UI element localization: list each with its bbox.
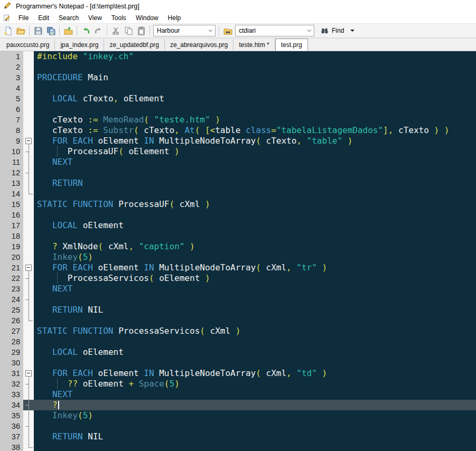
code-line-text[interactable] xyxy=(34,104,476,115)
paste-button[interactable] xyxy=(135,24,147,37)
code-line-text[interactable]: LOCAL cTexto, oElement xyxy=(34,93,476,104)
save-all-button[interactable] xyxy=(44,24,57,37)
code-line-text[interactable]: cTexto := Substr( cTexto, At( [<table cl… xyxy=(34,125,476,136)
fold-margin xyxy=(23,189,34,199)
code-line-text[interactable]: FOR EACH oElement IN MultipleNodeToArray… xyxy=(34,136,476,146)
code-line-text[interactable]: FOR EACH oElement IN MultipleNodeToArray… xyxy=(34,262,476,273)
tab-test.prg[interactable]: test.prg xyxy=(275,39,308,51)
code-line: 16 xyxy=(0,210,476,220)
menu-bar: FileEditSearchViewToolsWindowHelp xyxy=(0,13,476,23)
code-line-text[interactable]: ProcessaUF( oElement ) xyxy=(34,146,476,157)
code-line-text[interactable]: ? XmlNode( cXml, "caption" ) xyxy=(34,241,476,252)
fold-margin xyxy=(23,410,34,421)
menu-item-view[interactable]: View xyxy=(83,14,107,22)
menu-item-edit[interactable]: Edit xyxy=(33,14,54,22)
search-combo[interactable] xyxy=(235,25,314,36)
code-line-text[interactable] xyxy=(34,421,476,431)
new-file-button[interactable] xyxy=(2,24,14,37)
line-number: 29 xyxy=(0,347,23,358)
fold-toggle[interactable] xyxy=(23,368,34,379)
cut-button[interactable] xyxy=(109,24,122,37)
tab-ze-updatedbf.prg[interactable]: ze_updatedbf.prg xyxy=(104,39,164,51)
copy-button[interactable] xyxy=(122,24,135,37)
tab-pauxccusto.prg[interactable]: pauxccusto.prg xyxy=(1,39,55,51)
scheme-select[interactable]: Harbour xyxy=(153,25,216,36)
code-line-text[interactable]: Inkey(5) xyxy=(34,252,476,262)
fold-margin xyxy=(23,241,34,252)
close-file-button[interactable] xyxy=(62,24,74,37)
code-line: 35 Inkey(5) xyxy=(0,410,476,421)
code-line-text[interactable]: RETURN NIL xyxy=(34,431,476,442)
code-line-text[interactable] xyxy=(34,210,476,220)
code-line-text[interactable]: PROCEDURE Main xyxy=(34,72,476,83)
code-line-text[interactable] xyxy=(34,442,476,451)
code-line-text[interactable]: STATIC FUNCTION ProcessaServicos( cXml ) xyxy=(34,326,476,336)
fold-toggle[interactable] xyxy=(23,136,34,146)
code-line-text[interactable] xyxy=(34,231,476,241)
code-line-text[interactable] xyxy=(34,83,476,93)
code-line-text[interactable] xyxy=(34,315,476,326)
code-line-text[interactable]: NEXT xyxy=(34,284,476,294)
tab-ze-abrearquivos.prg[interactable]: ze_abrearquivos.prg xyxy=(165,39,234,51)
code-line-text[interactable]: ?? oElement + Space(5) xyxy=(34,379,476,389)
code-line-text[interactable]: ProcessaServicos( oElement ) xyxy=(34,273,476,284)
line-number: 31 xyxy=(0,368,23,379)
code-line: 3PROCEDURE Main xyxy=(0,72,476,83)
find-button[interactable]: Find xyxy=(318,24,358,37)
code-line-text[interactable] xyxy=(34,358,476,368)
code-line-text[interactable]: STATIC FUNCTION ProcessaUF( cXml ) xyxy=(34,199,476,210)
code-line: 9 FOR EACH oElement IN MultipleNodeToArr… xyxy=(0,136,476,146)
menu-item-tools[interactable]: Tools xyxy=(107,14,131,22)
find-in-files-button[interactable] xyxy=(221,24,234,37)
code-line-text[interactable]: cTexto := MemoRead( "teste.htm" ) xyxy=(34,115,476,125)
fold-margin xyxy=(23,199,34,210)
fold-margin xyxy=(23,442,34,451)
fold-collapse-icon[interactable] xyxy=(25,265,32,271)
code-line-text[interactable]: FOR EACH oElement IN MultipleNodeToArray… xyxy=(34,368,476,379)
menu-item-window[interactable]: Window xyxy=(131,14,163,22)
code-line: 37 RETURN NIL xyxy=(0,431,476,442)
menu-item-file[interactable]: File xyxy=(14,14,33,22)
menu-item-search[interactable]: Search xyxy=(54,14,83,22)
document-icon[interactable] xyxy=(3,14,11,22)
code-line-text[interactable] xyxy=(34,62,476,72)
code-line-text[interactable]: NEXT xyxy=(34,389,476,400)
fold-collapse-icon[interactable] xyxy=(25,370,32,377)
tab-teste.htm-[interactable]: teste.htm * xyxy=(234,39,275,51)
fold-margin xyxy=(23,326,34,336)
save-file-button[interactable] xyxy=(32,24,44,37)
code-line: 7 cTexto := MemoRead( "teste.htm" ) xyxy=(0,115,476,125)
code-line: 32 ?? oElement + Space(5) xyxy=(0,379,476,389)
code-line-text[interactable] xyxy=(34,189,476,199)
tab-jpa-index.prg[interactable]: jpa_index.prg xyxy=(55,39,104,51)
fold-toggle[interactable] xyxy=(23,262,34,273)
code-line-text[interactable]: RETURN NIL xyxy=(34,305,476,315)
fold-margin xyxy=(23,315,34,326)
code-line-text[interactable] xyxy=(34,336,476,347)
editor[interactable]: 1#include "inkey.ch"23PROCEDURE Main45 L… xyxy=(0,51,476,451)
open-file-button[interactable] xyxy=(14,24,27,37)
code-line-text[interactable]: #include "inkey.ch" xyxy=(34,51,476,62)
code-line-text[interactable]: RETURN xyxy=(34,178,476,189)
search-input[interactable] xyxy=(239,27,297,34)
code-line-text[interactable]: NEXT xyxy=(34,157,476,167)
code-line-text[interactable]: Inkey(5) xyxy=(34,410,476,421)
code-line: 12 xyxy=(0,167,476,178)
redo-button[interactable] xyxy=(92,24,105,37)
find-dropdown-arrow-icon[interactable] xyxy=(350,30,354,32)
code-line-text[interactable]: LOCAL oElement xyxy=(34,220,476,231)
code-line-text[interactable]: ? xyxy=(34,400,476,410)
fold-margin xyxy=(23,347,34,358)
code-line-text[interactable] xyxy=(34,167,476,178)
code-line: 19 ? XmlNode( cXml, "caption" ) xyxy=(0,241,476,252)
code-line-text[interactable]: LOCAL oElement xyxy=(34,347,476,358)
undo-button[interactable] xyxy=(79,24,92,37)
fold-margin xyxy=(23,431,34,442)
code-line: 18 xyxy=(0,231,476,241)
code-line-text[interactable] xyxy=(34,294,476,305)
document-tab-bar: pauxccusto.prgjpa_index.prgze_updatedbf.… xyxy=(0,38,476,51)
menu-item-help[interactable]: Help xyxy=(163,14,186,22)
fold-collapse-icon[interactable] xyxy=(25,138,32,144)
toolbar-separator xyxy=(29,25,30,36)
fold-margin xyxy=(23,358,34,368)
